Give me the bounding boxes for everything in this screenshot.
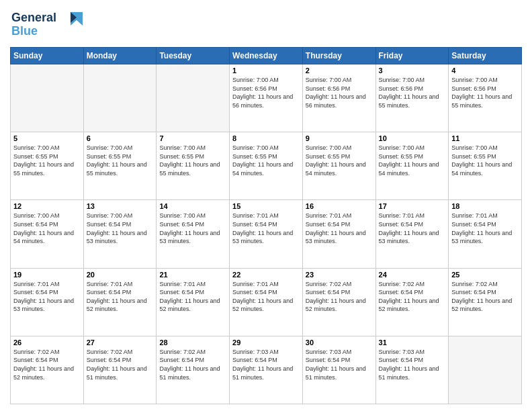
day-info: Sunrise: 7:01 AMSunset: 6:54 PMDaylight:… [13,280,81,314]
day-of-week-header: Sunday [11,48,84,64]
day-info: Sunrise: 7:00 AMSunset: 6:56 PMDaylight:… [232,76,300,109]
calendar-day-cell: 26Sunrise: 7:02 AMSunset: 6:54 PMDayligh… [11,336,84,404]
calendar-day-cell [11,64,84,132]
day-number: 8 [232,134,300,142]
logo-svg: General Blue [10,7,84,40]
calendar-day-cell [83,64,157,132]
day-info: Sunrise: 7:00 AMSunset: 6:55 PMDaylight:… [13,144,81,177]
calendar-day-cell: 23Sunrise: 7:02 AMSunset: 6:54 PMDayligh… [302,268,375,336]
calendar-day-cell: 31Sunrise: 7:03 AMSunset: 6:54 PMDayligh… [375,336,449,404]
day-number: 19 [13,271,81,279]
calendar-day-cell: 9Sunrise: 7:00 AMSunset: 6:55 PMDaylight… [302,132,375,200]
day-info: Sunrise: 7:03 AMSunset: 6:54 PMDaylight:… [379,348,446,381]
day-of-week-header: Thursday [302,48,375,64]
day-of-week-header: Saturday [449,48,522,64]
day-number: 25 [451,271,519,279]
calendar-day-cell: 15Sunrise: 7:01 AMSunset: 6:54 PMDayligh… [230,200,303,268]
day-info: Sunrise: 7:02 AMSunset: 6:54 PMDaylight:… [451,280,519,314]
calendar-week-row: 5Sunrise: 7:00 AMSunset: 6:55 PMDaylight… [11,132,522,200]
day-info: Sunrise: 7:02 AMSunset: 6:54 PMDaylight:… [87,348,154,381]
calendar-day-cell [157,64,230,132]
day-number: 24 [379,271,446,279]
calendar-day-cell: 29Sunrise: 7:03 AMSunset: 6:54 PMDayligh… [230,336,303,404]
header: General Blue [10,7,522,43]
day-of-week-header: Friday [375,48,449,64]
calendar-day-cell: 19Sunrise: 7:01 AMSunset: 6:54 PMDayligh… [11,268,84,336]
day-of-week-header: Wednesday [230,48,303,64]
day-info: Sunrise: 7:00 AMSunset: 6:55 PMDaylight:… [379,144,446,177]
calendar-day-cell: 7Sunrise: 7:00 AMSunset: 6:55 PMDaylight… [157,132,230,200]
day-info: Sunrise: 7:00 AMSunset: 6:55 PMDaylight:… [306,144,373,177]
day-info: Sunrise: 7:01 AMSunset: 6:54 PMDaylight:… [159,280,226,314]
day-number: 4 [451,66,519,75]
day-info: Sunrise: 7:00 AMSunset: 6:54 PMDaylight:… [13,212,81,245]
calendar-day-cell: 27Sunrise: 7:02 AMSunset: 6:54 PMDayligh… [83,336,157,404]
calendar-day-cell: 20Sunrise: 7:01 AMSunset: 6:54 PMDayligh… [83,268,157,336]
calendar-header-row: SundayMondayTuesdayWednesdayThursdayFrid… [11,48,522,64]
calendar-week-row: 26Sunrise: 7:02 AMSunset: 6:54 PMDayligh… [11,336,522,404]
calendar-day-cell: 22Sunrise: 7:01 AMSunset: 6:54 PMDayligh… [230,268,303,336]
calendar-day-cell: 1Sunrise: 7:00 AMSunset: 6:56 PMDaylight… [230,64,303,132]
calendar-week-row: 1Sunrise: 7:00 AMSunset: 6:56 PMDaylight… [11,64,522,132]
calendar-day-cell: 28Sunrise: 7:02 AMSunset: 6:54 PMDayligh… [157,336,230,404]
calendar-day-cell: 8Sunrise: 7:00 AMSunset: 6:55 PMDaylight… [230,132,303,200]
logo: General Blue [10,7,84,43]
day-number: 27 [87,338,154,347]
day-number: 17 [379,202,446,210]
calendar-day-cell: 4Sunrise: 7:00 AMSunset: 6:56 PMDaylight… [449,64,522,132]
day-info: Sunrise: 7:01 AMSunset: 6:54 PMDaylight:… [306,212,373,245]
day-number: 5 [13,134,81,142]
calendar-day-cell: 25Sunrise: 7:02 AMSunset: 6:54 PMDayligh… [449,268,522,336]
calendar-day-cell: 13Sunrise: 7:00 AMSunset: 6:54 PMDayligh… [83,200,157,268]
day-number: 1 [232,66,300,75]
day-number: 10 [379,134,446,142]
calendar-table: SundayMondayTuesdayWednesdayThursdayFrid… [10,47,522,404]
day-info: Sunrise: 7:00 AMSunset: 6:55 PMDaylight:… [232,144,300,177]
day-info: Sunrise: 7:02 AMSunset: 6:54 PMDaylight:… [159,348,226,381]
day-number: 9 [306,134,373,142]
day-info: Sunrise: 7:03 AMSunset: 6:54 PMDaylight:… [232,348,300,381]
calendar-week-row: 12Sunrise: 7:00 AMSunset: 6:54 PMDayligh… [11,200,522,268]
calendar-day-cell: 11Sunrise: 7:00 AMSunset: 6:55 PMDayligh… [449,132,522,200]
calendar-day-cell: 12Sunrise: 7:00 AMSunset: 6:54 PMDayligh… [11,200,84,268]
day-number: 23 [306,271,373,279]
day-info: Sunrise: 7:00 AMSunset: 6:56 PMDaylight:… [306,76,373,109]
calendar-day-cell: 14Sunrise: 7:00 AMSunset: 6:54 PMDayligh… [157,200,230,268]
day-info: Sunrise: 7:00 AMSunset: 6:54 PMDaylight:… [159,212,226,245]
day-number: 22 [232,271,300,279]
day-number: 7 [159,134,226,142]
calendar-day-cell: 21Sunrise: 7:01 AMSunset: 6:54 PMDayligh… [157,268,230,336]
calendar-day-cell: 3Sunrise: 7:00 AMSunset: 6:56 PMDaylight… [375,64,449,132]
day-info: Sunrise: 7:01 AMSunset: 6:54 PMDaylight:… [87,280,154,314]
calendar-day-cell: 18Sunrise: 7:01 AMSunset: 6:54 PMDayligh… [449,200,522,268]
calendar-day-cell [449,336,522,404]
day-number: 20 [87,271,154,279]
day-number: 29 [232,338,300,347]
day-number: 12 [13,202,81,210]
day-of-week-header: Tuesday [157,48,230,64]
day-info: Sunrise: 7:00 AMSunset: 6:54 PMDaylight:… [87,212,154,245]
day-info: Sunrise: 7:00 AMSunset: 6:55 PMDaylight:… [159,144,226,177]
day-of-week-header: Monday [83,48,157,64]
day-info: Sunrise: 7:03 AMSunset: 6:54 PMDaylight:… [306,348,373,381]
day-info: Sunrise: 7:00 AMSunset: 6:56 PMDaylight:… [451,76,519,109]
day-info: Sunrise: 7:00 AMSunset: 6:55 PMDaylight:… [87,144,154,177]
calendar-day-cell: 2Sunrise: 7:00 AMSunset: 6:56 PMDaylight… [302,64,375,132]
day-number: 28 [159,338,226,347]
day-number: 30 [306,338,373,347]
day-number: 16 [306,202,373,210]
calendar-week-row: 19Sunrise: 7:01 AMSunset: 6:54 PMDayligh… [11,268,522,336]
day-number: 18 [451,202,519,210]
calendar-day-cell: 24Sunrise: 7:02 AMSunset: 6:54 PMDayligh… [375,268,449,336]
calendar-day-cell: 10Sunrise: 7:00 AMSunset: 6:55 PMDayligh… [375,132,449,200]
day-number: 15 [232,202,300,210]
day-number: 26 [13,338,81,347]
day-number: 14 [159,202,226,210]
day-number: 2 [306,66,373,75]
calendar-day-cell: 6Sunrise: 7:00 AMSunset: 6:55 PMDaylight… [83,132,157,200]
day-number: 13 [87,202,154,210]
day-info: Sunrise: 7:01 AMSunset: 6:54 PMDaylight:… [232,212,300,245]
day-info: Sunrise: 7:01 AMSunset: 6:54 PMDaylight:… [379,212,446,245]
calendar-day-cell: 5Sunrise: 7:00 AMSunset: 6:55 PMDaylight… [11,132,84,200]
day-info: Sunrise: 7:00 AMSunset: 6:55 PMDaylight:… [451,144,519,177]
